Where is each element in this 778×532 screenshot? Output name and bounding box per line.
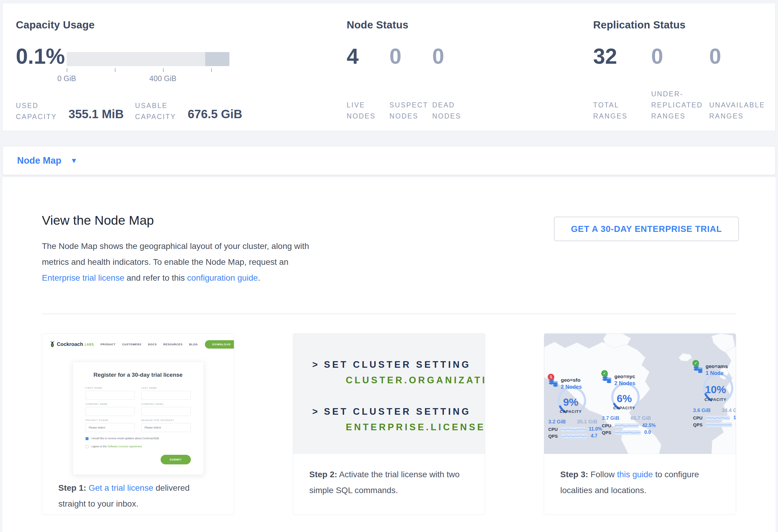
- under-replicated-ranges-value: 0: [651, 45, 709, 68]
- error-badge-icon: 1: [548, 374, 554, 380]
- tick-label-400gib: 400 GiB: [149, 74, 176, 83]
- description-text: and refer to this: [124, 273, 187, 283]
- description-text: The Node Map shows the geographical layo…: [42, 241, 309, 267]
- step-3-pre: Follow: [588, 470, 617, 479]
- cluster-geo-sfo: 1 geo=sfo 2 Nodes 9% CAPACITY: [548, 377, 602, 439]
- sql-line-4: ENTERPRISE.LICENSE =: [346, 422, 485, 433]
- tick-mark: [67, 68, 67, 72]
- this-guide-link[interactable]: this guide: [617, 470, 653, 479]
- step-1-pre: [86, 483, 88, 492]
- cpu-value: 42.5%: [642, 423, 656, 428]
- prompt-glyph: >: [312, 406, 320, 417]
- qps-sparkline: [706, 423, 732, 427]
- qps-label: QPS: [602, 430, 615, 435]
- cpu-sparkline: [706, 415, 730, 420]
- node-map-description: The Node Map shows the geographical layo…: [42, 238, 326, 286]
- cluster-node-count: 1 Node: [706, 370, 728, 376]
- form-title: Register for a 30-day trial license: [86, 372, 191, 378]
- get-enterprise-trial-button[interactable]: GET A 30-DAY ENTERPRISE TRIAL: [554, 217, 739, 241]
- cpu-sparkline: [561, 427, 586, 432]
- capacity-bar: 0 GiB 400 GiB: [67, 52, 229, 83]
- license-agreement-checkbox: [86, 445, 88, 448]
- cluster-name: geo=ams: [706, 364, 728, 370]
- dead-nodes-label: DEAD NODES: [432, 100, 475, 122]
- trial-registration-form: Register for a 30-day trial license FIRS…: [73, 362, 204, 475]
- node-map-dropdown[interactable]: Node Map ▼: [2, 146, 776, 175]
- qps-label: QPS: [548, 434, 561, 439]
- last-name-field: [141, 391, 190, 400]
- cluster-node-count: 2 Nodes: [614, 380, 635, 387]
- cluster-name: geo=sfo: [561, 377, 582, 383]
- suspect-nodes-value: 0: [389, 45, 432, 68]
- qps-value: 0.0: [735, 422, 736, 427]
- registration-screenshot: Cockroach LABS PRODUCT CUSTOMERS DOCS RE…: [42, 333, 234, 467]
- node-status-title: Node Status: [347, 19, 408, 31]
- total-ranges-label: TOTAL RANGES: [593, 100, 651, 122]
- cpu-value: 12.3%: [733, 415, 736, 421]
- node-map-dropdown-label[interactable]: Node Map: [17, 155, 61, 166]
- used-capacity-value: 355.1 MiB: [69, 107, 124, 123]
- cpu-label: CPU: [548, 427, 561, 432]
- email-updates-checkbox: [86, 437, 88, 440]
- cockroach-bug-icon: [50, 341, 55, 348]
- project-phase-select: Please Select: [86, 423, 135, 432]
- submit-pill-button: SUBMIT: [161, 455, 191, 464]
- cluster-geo-ams: ✓ geo=ams 1 Node 10% CAPACITY: [693, 364, 736, 427]
- nav-item-blog: BLOG: [189, 343, 198, 346]
- capacity-bar-ticks: [67, 68, 229, 72]
- cluster-name: geo=nyc: [614, 374, 635, 380]
- configuration-guide-link[interactable]: configuration guide: [187, 273, 258, 283]
- reason-for-interest-label: REASON FOR INTEREST: [141, 419, 190, 422]
- qps-sparkline: [561, 434, 587, 438]
- step-3-prefix: Step 3:: [560, 470, 588, 479]
- capacity-usage-group: Capacity Usage 0.1% 0 GiB 400 GiB: [16, 19, 94, 31]
- step-3-card: 1 geo=sfo 2 Nodes 9% CAPACITY: [544, 333, 736, 515]
- step-1-prefix: Step 1:: [58, 483, 86, 492]
- step-2-card: >SET CLUSTER SETTING CLUSTER.ORGANIZATIO…: [293, 333, 485, 515]
- cpu-label: CPU: [693, 415, 706, 421]
- under-replicated-ranges-label: UNDER-REPLICATED RANGES: [651, 89, 709, 122]
- first-name-field: [86, 391, 135, 400]
- cluster-node-count: 2 Nodes: [561, 384, 582, 390]
- capacity-label: CAPACITY: [693, 397, 736, 402]
- usable-capacity-value: 676.5 GiB: [188, 107, 242, 123]
- license-agreement-label: I agree to the Software License Agreemen…: [91, 445, 143, 448]
- nav-item-resources: RESOURCES: [163, 343, 182, 346]
- live-nodes-label: LIVE NODES: [347, 100, 389, 122]
- dead-nodes-value: 0: [432, 45, 475, 68]
- sql-line-1: >SET CLUSTER SETTING: [312, 359, 471, 370]
- download-pill-button: DOWNLOAD: [205, 340, 234, 349]
- company-email-field: [141, 407, 190, 416]
- sql-line-2: CLUSTER.ORGANIZATION =: [346, 375, 485, 386]
- sql-line-3: >SET CLUSTER SETTING: [312, 406, 471, 417]
- cpu-label: CPU: [602, 423, 614, 428]
- replication-status-group: Replication Status 32 0 0 TOTAL RANGES U…: [593, 19, 686, 31]
- healthy-badge-icon: ✓: [692, 360, 699, 367]
- enterprise-trial-license-link[interactable]: Enterprise trial license: [42, 273, 124, 283]
- step-1-card: Cockroach LABS PRODUCT CUSTOMERS DOCS RE…: [42, 333, 234, 515]
- qps-label: QPS: [693, 422, 706, 427]
- trial-steps-cards: Cockroach LABS PRODUCT CUSTOMERS DOCS RE…: [42, 333, 736, 515]
- brand-name: Cockroach: [57, 341, 83, 348]
- last-name-label: LAST NAME: [141, 387, 190, 389]
- unavailable-ranges-label: UNAVAILABLE RANGES: [709, 100, 767, 122]
- unavailable-ranges-value: 0: [709, 45, 767, 68]
- brand-suffix: LABS: [85, 343, 94, 346]
- project-phase-label: PROJECT PHASE: [86, 419, 135, 422]
- sql-commands-panel: >SET CLUSTER SETTING CLUSTER.ORGANIZATIO…: [293, 333, 485, 454]
- live-nodes-value: 4: [347, 45, 389, 68]
- reason-for-interest-select: Please Select: [141, 423, 190, 432]
- suspect-nodes-label: SUSPECT NODES: [389, 100, 432, 122]
- capacity-percent: 10%: [693, 384, 736, 395]
- prompt-glyph: >: [312, 359, 320, 370]
- cluster-geo-nyc: ✓ geo=nyc 2 Nodes 6% CAPACITY: [602, 374, 656, 435]
- step-2-caption: Step 2: Activate the trial license with …: [293, 454, 485, 515]
- capacity-bar-nonusable-segment: [205, 52, 229, 66]
- node-map-preview-image: 1 geo=sfo 2 Nodes 9% CAPACITY: [544, 333, 736, 454]
- cockroach-labs-logo: Cockroach LABS: [50, 341, 94, 348]
- cluster-summary-panel: Capacity Usage 0.1% 0 GiB 400 GiB: [2, 3, 776, 131]
- total-ranges-value: 32: [593, 45, 651, 68]
- replication-status-title: Replication Status: [593, 19, 686, 31]
- get-trial-license-link[interactable]: Get a trial license: [88, 483, 153, 492]
- company-name-field: [86, 407, 135, 416]
